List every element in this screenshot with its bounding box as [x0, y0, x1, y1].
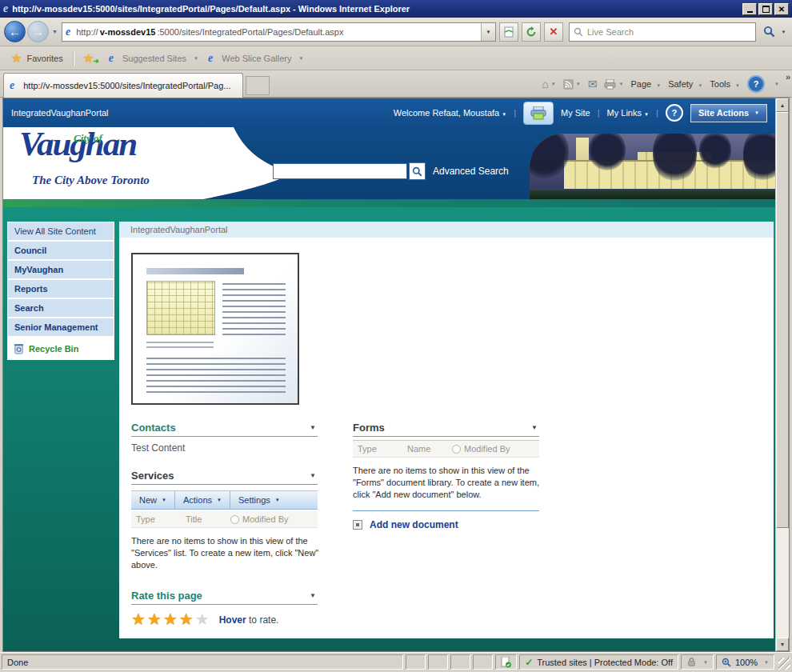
status-segment	[473, 654, 493, 670]
resize-grip[interactable]	[778, 658, 790, 670]
security-zone-segment: ✓ Trusted sites | Protected Mode: Off	[519, 654, 678, 670]
breadcrumb-label: IntegratedVaughanPortal	[130, 225, 228, 234]
portal-search-button[interactable]	[409, 162, 426, 180]
chevron-down-icon: ▼	[735, 83, 740, 88]
close-icon: ✕	[778, 5, 785, 14]
toolbar-overflow-button[interactable]: »	[786, 72, 790, 82]
search-go-button[interactable]	[758, 22, 779, 42]
column-title[interactable]: Title	[186, 514, 230, 524]
chevron-down-icon: ▼	[217, 498, 222, 502]
portal-top-bar: IntegratedVaughanPortal Welcome Refaat, …	[3, 98, 775, 127]
restore-button[interactable]	[758, 3, 773, 15]
my-site-link[interactable]: My Site	[561, 108, 590, 118]
portal-help-button[interactable]: ?	[666, 104, 683, 122]
url-path: :5000/sites/IntegratedPortal/Pages/Defau…	[157, 27, 343, 37]
portal-search-input[interactable]	[273, 163, 407, 179]
lock-icon	[686, 657, 697, 667]
vertical-scrollbar[interactable]: ▲ ▼	[775, 98, 789, 651]
feeds-button[interactable]: ▼	[563, 79, 581, 90]
sidebar-item-view-all-site-content[interactable]: View All Site Content	[8, 222, 114, 242]
sidebar-item-senior-management[interactable]: Senior Management	[8, 318, 114, 338]
suggested-sites-button[interactable]: e Suggested Sites ▼	[104, 50, 203, 67]
address-toolbar: ← → ▼ e http://v-mossdev15:5000/sites/In…	[0, 18, 792, 46]
minimize-button[interactable]	[742, 3, 757, 15]
star-icon[interactable]: ★	[179, 612, 194, 627]
divider: |	[514, 108, 516, 118]
protected-mode-button[interactable]: ▼	[681, 654, 714, 670]
column-type[interactable]: Type	[131, 514, 186, 524]
close-button[interactable]: ✕	[774, 3, 789, 15]
live-search-input[interactable]: Live Search	[569, 22, 756, 42]
column-modified-by[interactable]: Modified By	[452, 444, 510, 454]
divider	[353, 510, 539, 511]
history-dropdown-icon[interactable]: ▼	[52, 29, 58, 34]
settings-menu-button[interactable]: Settings▼	[230, 491, 288, 509]
search-options-dropdown-icon[interactable]: ▼	[779, 30, 788, 34]
scroll-down-button[interactable]: ▼	[776, 638, 789, 651]
page-menu-button[interactable]: Page ▼	[630, 79, 661, 89]
print-button[interactable]: ▼	[604, 79, 623, 90]
contacts-webpart-header: Contacts ▼	[131, 422, 318, 437]
print-page-button[interactable]	[523, 102, 554, 125]
tab-favicon: e	[10, 79, 14, 92]
add-to-favorites-button[interactable]: ★➜	[78, 50, 104, 67]
webpart-menu-icon[interactable]: ▼	[310, 592, 318, 599]
forward-button[interactable]: →	[27, 21, 49, 42]
scroll-up-button[interactable]: ▲	[776, 98, 789, 112]
web-slice-gallery-button[interactable]: e Web Slice Gallery ▼	[203, 50, 308, 67]
zoom-control[interactable]: 100% ▼	[716, 654, 774, 670]
web-slice-gallery-label: Web Slice Gallery	[222, 54, 291, 63]
refresh-button[interactable]	[522, 22, 541, 42]
column-name[interactable]: Name	[407, 444, 452, 454]
webpart-menu-icon[interactable]: ▼	[310, 424, 318, 431]
address-dropdown-button[interactable]: ▼	[481, 23, 495, 41]
safety-menu-label: Safety	[668, 79, 693, 89]
forms-title: Forms	[353, 422, 385, 434]
new-tab-button[interactable]	[246, 76, 270, 95]
sidebar-item-myvaughan[interactable]: MyVaughan	[8, 261, 114, 280]
forms-column-headers: Type Name Modified By	[353, 440, 539, 458]
column-type[interactable]: Type	[353, 444, 407, 454]
star-icon[interactable]: ★	[147, 612, 162, 627]
my-links-menu[interactable]: My Links ▼	[607, 108, 649, 118]
compatibility-view-button[interactable]	[499, 22, 518, 42]
zoom-level: 100%	[735, 658, 758, 667]
column-modified-by[interactable]: Modified By	[230, 514, 288, 524]
tools-menu-button[interactable]: Tools ▼	[710, 79, 740, 89]
advanced-search-link[interactable]: Advanced Search	[433, 166, 509, 177]
welcome-menu[interactable]: Welcome Refaat, Moustafa ▼	[394, 108, 506, 118]
chevron-down-icon: ▼	[754, 110, 759, 115]
webpart-menu-icon[interactable]: ▼	[310, 472, 318, 479]
sidebar-item-council[interactable]: Council	[8, 242, 114, 261]
restore-icon	[762, 6, 770, 13]
chevron-down-icon: ▼	[764, 660, 769, 665]
sidebar-item-reports[interactable]: Reports	[8, 280, 114, 299]
divider	[73, 51, 74, 66]
add-new-document-link[interactable]: Add new document	[353, 519, 539, 530]
site-actions-button[interactable]: Site Actions ▼	[690, 104, 767, 122]
zone-check-icon: ✓	[525, 657, 533, 668]
sidebar-item-search[interactable]: Search	[8, 299, 114, 318]
favorites-button[interactable]: ★ Favorites	[6, 50, 68, 67]
star-icon[interactable]: ★	[195, 612, 210, 627]
divider: |	[598, 108, 600, 118]
star-icon[interactable]: ★	[163, 612, 178, 627]
address-input[interactable]: e http://v-mossdev15:5000/sites/Integrat…	[62, 22, 496, 42]
scrollbar-thumb[interactable]	[776, 112, 789, 528]
stop-button[interactable]: ✕	[544, 22, 563, 42]
new-menu-button[interactable]: New▼	[131, 491, 175, 509]
tab-title: http://v-mossdev15:5000/sites/Integrated…	[23, 81, 230, 90]
back-button[interactable]: ←	[4, 21, 26, 42]
status-segment	[428, 654, 448, 670]
recycle-bin-link[interactable]: Recycle Bin	[8, 338, 114, 359]
chevron-down-icon: ▼	[275, 498, 280, 502]
safety-menu-button[interactable]: Safety ▼	[668, 79, 702, 89]
status-segment	[450, 654, 470, 670]
actions-menu-button[interactable]: Actions▼	[175, 491, 230, 509]
help-button[interactable]: ?	[747, 75, 765, 93]
active-tab[interactable]: e http://v-mossdev15:5000/sites/Integrat…	[3, 73, 243, 98]
read-mail-button[interactable]: ✉	[588, 78, 598, 90]
webpart-menu-icon[interactable]: ▼	[531, 424, 539, 431]
home-button[interactable]: ⌂▼	[542, 78, 555, 90]
star-icon[interactable]: ★	[131, 612, 146, 627]
